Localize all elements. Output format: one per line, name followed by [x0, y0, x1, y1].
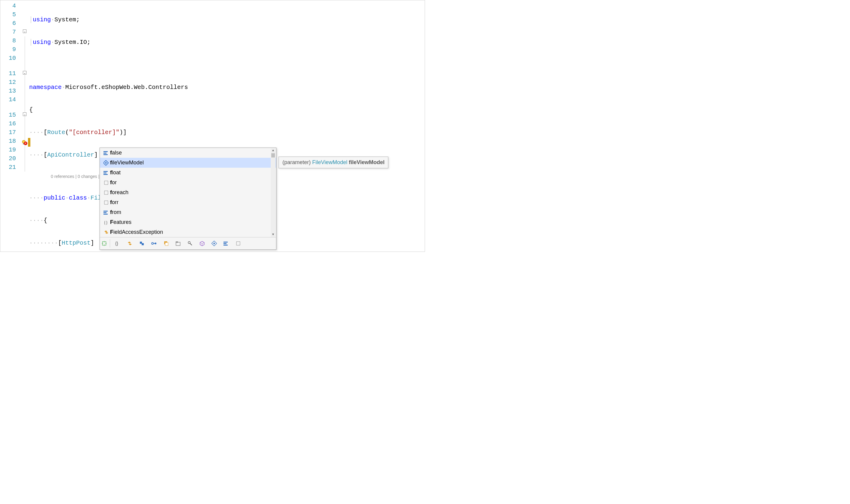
- svg-rect-9: [103, 174, 108, 175]
- line-number: 14: [0, 95, 19, 104]
- filter-method-icon[interactable]: [186, 239, 194, 248]
- intellisense-list[interactable]: false fileViewModel float for foreach fo…: [100, 148, 276, 237]
- error-icon[interactable]: ✕: [24, 142, 28, 145]
- line-number: 13: [0, 87, 19, 95]
- scroll-thumb[interactable]: [271, 153, 275, 158]
- attribute-route: Route: [47, 129, 65, 136]
- whitespace-dots: ····: [29, 151, 44, 158]
- svg-point-32: [188, 241, 190, 244]
- keyword-icon: [102, 171, 110, 175]
- intellisense-popup[interactable]: false fileViewModel float for foreach fo…: [100, 147, 276, 250]
- svg-rect-7: [103, 171, 108, 172]
- filter-target-icon[interactable]: [102, 239, 110, 248]
- intellisense-item-false[interactable]: false: [100, 148, 276, 158]
- snippet-icon: [102, 190, 110, 195]
- svg-rect-24: [142, 243, 144, 245]
- keyword-namespace: namespace: [29, 84, 62, 91]
- svg-rect-8: [103, 173, 106, 174]
- intellisense-scrollbar[interactable]: ▲ ▼: [271, 148, 276, 237]
- svg-line-34: [200, 242, 202, 244]
- svg-rect-11: [104, 191, 108, 195]
- intellisense-item-foreach[interactable]: foreach: [100, 187, 276, 197]
- line-number: 16: [0, 119, 19, 128]
- svg-rect-12: [104, 201, 108, 204]
- svg-rect-3: [103, 153, 106, 154]
- whitespace-dots: ····: [29, 195, 44, 201]
- svg-point-26: [155, 242, 156, 244]
- intellisense-item-fieldaccessexception[interactable]: FieldAccessException: [100, 227, 276, 237]
- svg-rect-4: [103, 154, 108, 155]
- line-number: 5: [0, 10, 19, 19]
- keyword-class: class: [69, 195, 87, 201]
- snippet-icon: [102, 180, 110, 185]
- filter-property-icon[interactable]: {}: [114, 239, 122, 248]
- filter-cube-icon[interactable]: [198, 239, 206, 248]
- line-number: 18: [0, 137, 19, 145]
- namespace-system-io: System.IO: [54, 39, 87, 46]
- line-number: 10: [0, 54, 19, 62]
- filter-keyword-icon[interactable]: [222, 239, 230, 248]
- intellisense-item-features[interactable]: {} Features: [100, 217, 276, 227]
- svg-rect-10: [104, 181, 108, 184]
- fold-toggle-icon[interactable]: [23, 71, 27, 74]
- parameter-tooltip: (parameter) FileViewModel fileViewModel: [279, 157, 388, 168]
- svg-rect-2: [103, 151, 108, 152]
- keyword-using: using: [33, 16, 51, 23]
- keyword-public: public: [44, 195, 65, 201]
- attribute-httppost: HttpPost: [62, 239, 90, 247]
- line-number: 11: [0, 69, 19, 78]
- fold-toggle-icon[interactable]: [23, 30, 27, 33]
- line-number: 21: [0, 163, 19, 172]
- class-icon: [102, 230, 110, 235]
- intellisense-item-from[interactable]: from: [100, 208, 276, 217]
- outlining-margin[interactable]: [21, 0, 28, 252]
- intellisense-item-fileviewmodel[interactable]: fileViewModel: [100, 158, 276, 168]
- svg-rect-29: [165, 242, 168, 246]
- line-number: 20: [0, 154, 19, 163]
- line-number: 9: [0, 45, 19, 54]
- filter-class-icon[interactable]: [126, 239, 134, 248]
- namespace-name: Microsoft.eShopWeb.Web.Controllers: [65, 84, 188, 91]
- line-number: 6: [0, 19, 19, 28]
- line-number: 19: [0, 145, 19, 154]
- svg-text:{}: {}: [104, 220, 108, 225]
- tooltip-label: (parameter): [282, 159, 311, 165]
- tooltip-type: FileViewModel: [312, 159, 347, 165]
- scroll-up-icon[interactable]: ▲: [271, 148, 276, 153]
- filter-namespace-icon[interactable]: [174, 239, 182, 248]
- svg-rect-41: [224, 245, 228, 246]
- fold-toggle-icon[interactable]: [23, 112, 27, 116]
- svg-rect-14: [103, 212, 106, 213]
- svg-point-38: [213, 243, 215, 244]
- whitespace-dots: ····: [29, 129, 44, 136]
- line-number: 12: [0, 78, 19, 87]
- route-string: "[controller]": [69, 129, 119, 136]
- svg-point-25: [152, 242, 153, 244]
- line-number-gutter: 4 5 6 7 8 9 10 11 12 13 14 15 16 17 18 1…: [0, 0, 21, 252]
- svg-rect-23: [140, 241, 142, 244]
- svg-line-35: [202, 242, 204, 244]
- svg-rect-13: [103, 211, 108, 212]
- filter-snippet-icon[interactable]: [234, 239, 242, 248]
- line-number: 8: [0, 36, 19, 45]
- filter-parameter-icon[interactable]: [210, 239, 219, 248]
- intellisense-item-float[interactable]: float: [100, 168, 276, 178]
- intellisense-item-forr[interactable]: forr: [100, 197, 276, 208]
- line-number: 7: [0, 28, 19, 36]
- intellisense-item-for[interactable]: for: [100, 178, 276, 187]
- line-number: 4: [0, 1, 19, 10]
- filter-interface-icon[interactable]: [150, 239, 158, 248]
- whitespace-dots: ····: [29, 217, 44, 224]
- intellisense-filter-bar[interactable]: {}: [100, 237, 276, 249]
- svg-rect-40: [224, 243, 226, 244]
- tooltip-name: fileViewModel: [349, 159, 385, 165]
- scroll-down-icon[interactable]: ▼: [271, 233, 276, 237]
- filter-enum-icon[interactable]: [162, 239, 170, 248]
- filter-struct-icon[interactable]: [138, 239, 146, 248]
- keyword-using: using: [33, 39, 51, 46]
- keyword-icon: [102, 151, 110, 155]
- svg-rect-15: [103, 214, 108, 215]
- svg-rect-42: [237, 241, 240, 245]
- svg-text:{}: {}: [115, 241, 118, 246]
- svg-line-33: [190, 244, 192, 245]
